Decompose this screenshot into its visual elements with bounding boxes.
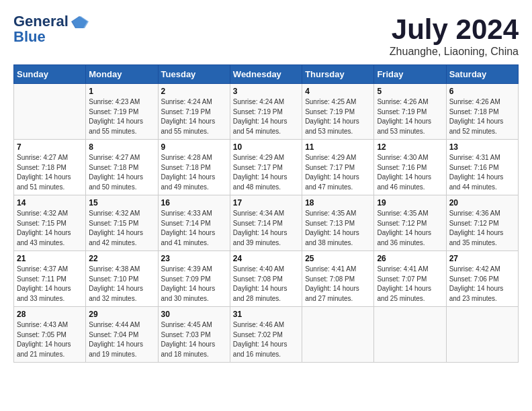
calendar-header: SundayMondayTuesdayWednesdayThursdayFrid…: [14, 65, 519, 84]
day-number: 10: [233, 142, 299, 152]
day-info: Sunrise: 4:27 AMSunset: 7:18 PMDaylight:…: [17, 153, 83, 192]
day-info: Sunrise: 4:31 AMSunset: 7:16 PMDaylight:…: [449, 153, 515, 192]
logo-general: General: [13, 13, 69, 30]
calendar-cell: 16Sunrise: 4:33 AMSunset: 7:14 PMDayligh…: [158, 195, 230, 251]
calendar-cell: 6Sunrise: 4:26 AMSunset: 7:18 PMDaylight…: [446, 84, 518, 140]
day-number: 24: [233, 254, 299, 263]
header-row: SundayMondayTuesdayWednesdayThursdayFrid…: [14, 65, 519, 84]
calendar-cell: 12Sunrise: 4:30 AMSunset: 7:16 PMDayligh…: [374, 140, 446, 195]
day-number: 26: [377, 254, 443, 263]
logo-blue: Blue: [13, 30, 89, 44]
day-number: 21: [17, 254, 83, 263]
calendar-cell: 5Sunrise: 4:26 AMSunset: 7:19 PMDaylight…: [374, 84, 446, 140]
calendar-week-3: 14Sunrise: 4:32 AMSunset: 7:15 PMDayligh…: [14, 195, 519, 251]
day-info: Sunrise: 4:45 AMSunset: 7:03 PMDaylight:…: [161, 320, 227, 359]
day-number: 16: [161, 198, 227, 208]
title-block: July 2024 Zhuanghe, Liaoning, China: [390, 13, 519, 58]
day-number: 12: [377, 142, 443, 152]
logo-icon: [70, 15, 89, 30]
day-info: Sunrise: 4:32 AMSunset: 7:15 PMDaylight:…: [89, 209, 154, 248]
day-info: Sunrise: 4:29 AMSunset: 7:17 PMDaylight:…: [233, 153, 299, 192]
day-info: Sunrise: 4:39 AMSunset: 7:09 PMDaylight:…: [161, 265, 227, 304]
calendar-cell: [374, 307, 446, 363]
calendar-cell: 27Sunrise: 4:42 AMSunset: 7:06 PMDayligh…: [446, 251, 518, 307]
calendar-cell: 22Sunrise: 4:38 AMSunset: 7:10 PMDayligh…: [86, 251, 158, 307]
day-info: Sunrise: 4:29 AMSunset: 7:17 PMDaylight:…: [305, 153, 371, 192]
calendar-cell: 23Sunrise: 4:39 AMSunset: 7:09 PMDayligh…: [158, 251, 230, 307]
day-info: Sunrise: 4:28 AMSunset: 7:18 PMDaylight:…: [161, 153, 227, 192]
day-number: 11: [305, 142, 371, 152]
day-info: Sunrise: 4:24 AMSunset: 7:19 PMDaylight:…: [161, 97, 227, 136]
day-number: 2: [161, 87, 227, 96]
calendar-cell: 28Sunrise: 4:43 AMSunset: 7:05 PMDayligh…: [14, 307, 86, 363]
month-title: July 2024: [390, 13, 519, 46]
day-number: 25: [305, 254, 371, 263]
header-cell-sunday: Sunday: [14, 65, 86, 84]
calendar-week-4: 21Sunrise: 4:37 AMSunset: 7:11 PMDayligh…: [14, 251, 519, 307]
header-cell-tuesday: Tuesday: [158, 65, 230, 84]
logo-text: General: [13, 13, 89, 30]
calendar-cell: 17Sunrise: 4:34 AMSunset: 7:14 PMDayligh…: [230, 195, 302, 251]
calendar-cell: 2Sunrise: 4:24 AMSunset: 7:19 PMDaylight…: [158, 84, 230, 140]
calendar-week-1: 1Sunrise: 4:23 AMSunset: 7:19 PMDaylight…: [14, 84, 519, 140]
day-number: 5: [377, 87, 443, 96]
day-number: 15: [89, 198, 154, 208]
calendar-cell: 24Sunrise: 4:40 AMSunset: 7:08 PMDayligh…: [230, 251, 302, 307]
calendar-cell: 4Sunrise: 4:25 AMSunset: 7:19 PMDaylight…: [302, 84, 374, 140]
day-number: 7: [17, 142, 83, 152]
calendar-week-2: 7Sunrise: 4:27 AMSunset: 7:18 PMDaylight…: [14, 140, 519, 195]
day-info: Sunrise: 4:24 AMSunset: 7:19 PMDaylight:…: [233, 97, 299, 136]
day-info: Sunrise: 4:35 AMSunset: 7:12 PMDaylight:…: [377, 209, 443, 248]
header-cell-friday: Friday: [374, 65, 446, 84]
calendar-cell: 20Sunrise: 4:36 AMSunset: 7:12 PMDayligh…: [446, 195, 518, 251]
day-number: 14: [17, 198, 83, 208]
calendar-cell: 3Sunrise: 4:24 AMSunset: 7:19 PMDaylight…: [230, 84, 302, 140]
day-number: 30: [161, 310, 227, 319]
day-info: Sunrise: 4:30 AMSunset: 7:16 PMDaylight:…: [377, 153, 443, 192]
day-info: Sunrise: 4:27 AMSunset: 7:18 PMDaylight:…: [89, 153, 154, 192]
calendar-cell: 7Sunrise: 4:27 AMSunset: 7:18 PMDaylight…: [14, 140, 86, 195]
day-info: Sunrise: 4:36 AMSunset: 7:12 PMDaylight:…: [449, 209, 515, 248]
calendar-cell: 13Sunrise: 4:31 AMSunset: 7:16 PMDayligh…: [446, 140, 518, 195]
day-info: Sunrise: 4:32 AMSunset: 7:15 PMDaylight:…: [17, 209, 83, 248]
day-number: 29: [89, 310, 154, 319]
calendar-cell: 9Sunrise: 4:28 AMSunset: 7:18 PMDaylight…: [158, 140, 230, 195]
day-number: 6: [449, 87, 515, 96]
calendar-body: 1Sunrise: 4:23 AMSunset: 7:19 PMDaylight…: [14, 84, 519, 363]
day-info: Sunrise: 4:38 AMSunset: 7:10 PMDaylight:…: [89, 265, 154, 304]
calendar-week-5: 28Sunrise: 4:43 AMSunset: 7:05 PMDayligh…: [14, 307, 519, 363]
page-header: General Blue July 2024 Zhuanghe, Liaonin…: [13, 13, 519, 58]
calendar-cell: [14, 84, 86, 140]
day-number: 31: [233, 310, 299, 319]
calendar-table: SundayMondayTuesdayWednesdayThursdayFrid…: [13, 64, 519, 363]
calendar-cell: 26Sunrise: 4:41 AMSunset: 7:07 PMDayligh…: [374, 251, 446, 307]
calendar-cell: 1Sunrise: 4:23 AMSunset: 7:19 PMDaylight…: [86, 84, 158, 140]
header-cell-saturday: Saturday: [446, 65, 518, 84]
day-info: Sunrise: 4:41 AMSunset: 7:08 PMDaylight:…: [305, 265, 371, 304]
day-info: Sunrise: 4:42 AMSunset: 7:06 PMDaylight:…: [449, 265, 515, 304]
day-number: 20: [449, 198, 515, 208]
calendar-cell: 15Sunrise: 4:32 AMSunset: 7:15 PMDayligh…: [86, 195, 158, 251]
calendar-cell: 31Sunrise: 4:46 AMSunset: 7:02 PMDayligh…: [230, 307, 302, 363]
header-cell-wednesday: Wednesday: [230, 65, 302, 84]
day-number: 9: [161, 142, 227, 152]
day-number: 27: [449, 254, 515, 263]
day-info: Sunrise: 4:23 AMSunset: 7:19 PMDaylight:…: [89, 97, 154, 136]
day-info: Sunrise: 4:35 AMSunset: 7:13 PMDaylight:…: [305, 209, 371, 248]
calendar-cell: [302, 307, 374, 363]
day-info: Sunrise: 4:33 AMSunset: 7:14 PMDaylight:…: [161, 209, 227, 248]
header-cell-monday: Monday: [86, 65, 158, 84]
calendar-cell: 29Sunrise: 4:44 AMSunset: 7:04 PMDayligh…: [86, 307, 158, 363]
day-number: 28: [17, 310, 83, 319]
day-info: Sunrise: 4:26 AMSunset: 7:18 PMDaylight:…: [449, 97, 515, 136]
calendar-cell: 14Sunrise: 4:32 AMSunset: 7:15 PMDayligh…: [14, 195, 86, 251]
day-number: 19: [377, 198, 443, 208]
calendar-cell: 11Sunrise: 4:29 AMSunset: 7:17 PMDayligh…: [302, 140, 374, 195]
day-number: 4: [305, 87, 371, 96]
day-info: Sunrise: 4:46 AMSunset: 7:02 PMDaylight:…: [233, 320, 299, 359]
day-number: 23: [161, 254, 227, 263]
day-info: Sunrise: 4:43 AMSunset: 7:05 PMDaylight:…: [17, 320, 83, 359]
calendar-cell: 30Sunrise: 4:45 AMSunset: 7:03 PMDayligh…: [158, 307, 230, 363]
day-info: Sunrise: 4:34 AMSunset: 7:14 PMDaylight:…: [233, 209, 299, 248]
day-info: Sunrise: 4:40 AMSunset: 7:08 PMDaylight:…: [233, 265, 299, 304]
